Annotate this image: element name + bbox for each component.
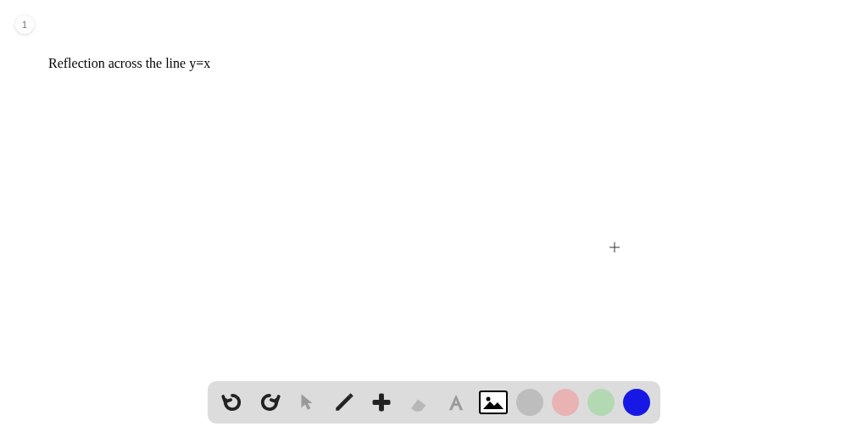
color-swatch-green[interactable] xyxy=(587,389,615,416)
drawing-toolbar xyxy=(208,381,660,424)
redo-button[interactable] xyxy=(255,388,284,417)
text-tool-button[interactable] xyxy=(442,388,470,417)
cursor-crosshair xyxy=(609,242,620,252)
pencil-tool-button[interactable] xyxy=(330,388,359,417)
pointer-tool-button[interactable] xyxy=(292,388,321,417)
undo-button[interactable] xyxy=(218,388,247,417)
page-number-label: 1 xyxy=(22,20,27,30)
page-number-badge[interactable]: 1 xyxy=(15,15,34,34)
eraser-tool-button[interactable] xyxy=(404,388,433,417)
color-swatch-blue[interactable] xyxy=(623,389,650,416)
image-icon xyxy=(479,390,508,414)
add-tool-button[interactable] xyxy=(367,388,396,417)
image-tool-button[interactable] xyxy=(479,388,508,417)
color-swatch-gray[interactable] xyxy=(516,389,543,416)
color-swatch-pink[interactable] xyxy=(552,389,579,416)
svg-rect-3 xyxy=(373,400,391,405)
svg-point-4 xyxy=(487,397,491,402)
page-title: Reflection across the line y=x xyxy=(48,56,210,71)
